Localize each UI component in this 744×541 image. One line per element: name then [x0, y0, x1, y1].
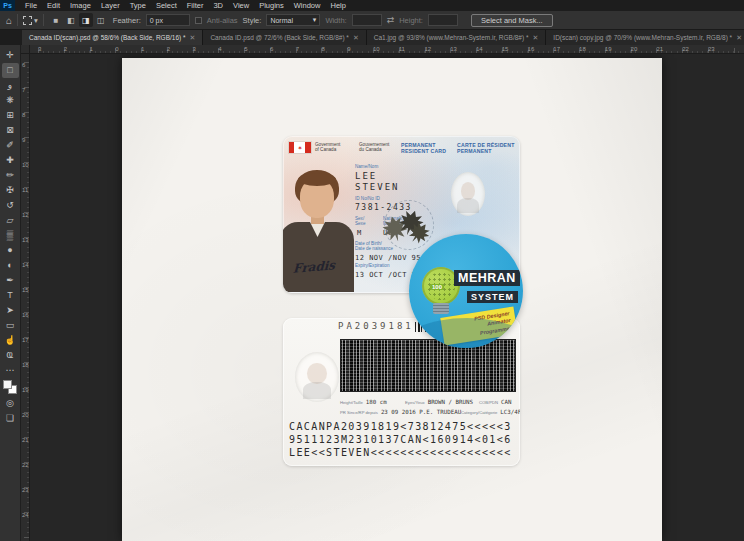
tab-close-icon[interactable]: ✕ [532, 34, 538, 42]
selection-mode-icon[interactable]: ◫ [94, 13, 108, 27]
tool-bar: ✛ □ و ❋ ⊞ ⊠ ✐ ✚ ✏ ✠ ↺ ▱ [0, 45, 21, 541]
move-tool[interactable]: ✛ [2, 48, 19, 63]
document-tab[interactable]: Ca1.jpg @ 93/8% (www.Mehran-System.ir, R… [367, 30, 547, 45]
selection-mode-icon[interactable]: ◧ [64, 13, 78, 27]
style-select[interactable]: Normal ▾ [266, 14, 320, 26]
ruler-number: 13 [450, 45, 476, 53]
ruler-number: 17 [21, 337, 29, 362]
lightbulb-base [433, 303, 449, 314]
category-label: Category/Catégorie [461, 410, 497, 415]
tool-icon: ➤ [6, 306, 14, 315]
dob-value: 12 NOV /NOV 95 [355, 254, 421, 262]
edit-toolbar[interactable]: ⋯ [2, 363, 19, 378]
lasso-tool[interactable]: و [2, 78, 19, 93]
menu-item[interactable]: Layer [96, 1, 125, 10]
tab-close-icon[interactable]: ✕ [190, 34, 196, 42]
menu-item[interactable]: Type [125, 1, 151, 10]
home-icon[interactable]: ⌂ [6, 15, 12, 26]
rectangle-tool[interactable]: ▭ [2, 318, 19, 333]
ruler-number: 4 [218, 45, 244, 53]
pr-since-value: 23 09 2016 P.E. TRUDEAU [381, 409, 461, 415]
ruler-number: 21 [21, 437, 29, 462]
ruler-number: 3 [38, 45, 64, 53]
gradient-tool[interactable]: ▒ [2, 228, 19, 243]
menu-item[interactable]: Plugins [254, 1, 289, 10]
select-and-mask-button[interactable]: Select and Mask... [471, 14, 553, 27]
crop-tool[interactable]: ⊞ [2, 108, 19, 123]
style-label: Style: [243, 16, 262, 25]
ruler-number: 20 [21, 412, 29, 437]
document-tab[interactable]: ID(scan) copy.jpg @ 70/9% (www.Mehran-Sy… [546, 30, 744, 45]
history-brush-tool[interactable]: ↺ [2, 198, 19, 213]
maple-leaf-icon: ✶ [297, 145, 302, 151]
ruler-number: 8 [21, 112, 29, 137]
path-selection-tool[interactable]: ➤ [2, 303, 19, 318]
menu-item[interactable]: Edit [42, 1, 65, 10]
tool-preset-dropdown[interactable]: ▾ [23, 16, 38, 25]
menu-item[interactable]: 3D [208, 1, 228, 10]
height-label: Height/Taille [340, 400, 363, 405]
ruler-number: 19 [21, 387, 29, 412]
tab-close-icon[interactable]: ✕ [736, 34, 742, 42]
healing-brush-tool[interactable]: ✚ [2, 153, 19, 168]
menu-item[interactable]: File [20, 1, 42, 10]
height-input[interactable] [428, 14, 458, 26]
canvas-area[interactable]: ✶ Government of Canada Gouvernement du C… [30, 54, 744, 541]
tool-icon: ✐ [6, 141, 14, 150]
style-value: Normal [270, 17, 293, 24]
swap-dimensions-icon[interactable]: ⇄ [387, 15, 395, 25]
brush-tool[interactable]: ✏ [2, 168, 19, 183]
quick-mask-button[interactable]: ◎ [2, 396, 19, 411]
ruler-number: 6 [270, 45, 296, 53]
foreground-color-swatch[interactable] [3, 380, 12, 389]
blur-tool[interactable]: ● [2, 243, 19, 258]
ruler-number: 13 [21, 237, 29, 262]
menu-item[interactable]: Help [325, 1, 350, 10]
document-paper[interactable]: ✶ Government of Canada Gouvernement du C… [122, 58, 662, 541]
ruler-number: 19 [605, 45, 631, 53]
marquee-tool[interactable]: □ [2, 63, 19, 78]
horizontal-ruler[interactable]: 3210123456789101112131415161718192021222… [30, 45, 744, 54]
width-input[interactable] [352, 14, 382, 26]
menu-item[interactable]: Select [151, 1, 182, 10]
feather-input[interactable]: 0 px [146, 14, 190, 26]
foreground-background-colors[interactable] [3, 380, 17, 394]
tool-icon: Ҩ [7, 351, 14, 360]
width-label: Width: [325, 16, 346, 25]
menu-item[interactable]: Filter [182, 1, 209, 10]
clone-stamp-tool[interactable]: ✠ [2, 183, 19, 198]
height-value: 180 cm [366, 399, 387, 405]
eyedropper-tool[interactable]: ✐ [2, 138, 19, 153]
ruler-number: 1 [141, 45, 167, 53]
ruler-number: 16 [21, 312, 29, 337]
dodge-tool[interactable]: ◐ [2, 258, 19, 273]
tool-icon: ✏ [6, 171, 14, 180]
ruler-number: 9 [347, 45, 373, 53]
eyes-label: Eyes/Yeux [405, 400, 425, 405]
menu-item[interactable]: Window [289, 1, 326, 10]
anti-alias-checkbox[interactable] [195, 17, 202, 24]
type-tool[interactable]: T [2, 288, 19, 303]
selection-mode-icon[interactable]: ◨ [79, 13, 93, 27]
screen-mode-button[interactable]: ❏ [2, 411, 19, 426]
tab-close-icon[interactable]: ✕ [353, 34, 359, 42]
selection-mode-icon[interactable]: ■ [49, 13, 63, 27]
quick-selection-tool[interactable]: ❋ [2, 93, 19, 108]
ruler-number: 18 [21, 362, 29, 387]
hand-tool[interactable]: ☝ [2, 333, 19, 348]
expiry-label: Expiry/Expiration [355, 263, 389, 268]
frame-tool[interactable]: ⊠ [2, 123, 19, 138]
menu-item[interactable]: View [228, 1, 254, 10]
ruler-number: 1 [90, 45, 116, 53]
zoom-tool[interactable]: Ҩ [2, 348, 19, 363]
eraser-tool[interactable]: ▱ [2, 213, 19, 228]
menu-item[interactable]: Image [65, 1, 96, 10]
card-title-en: PERMANENT RESIDENT CARD [401, 142, 446, 154]
vertical-ruler[interactable]: 6789101112131415161718192021222324 [21, 54, 30, 541]
ruler-number: 0 [115, 45, 141, 53]
document-tab[interactable]: Canada ID(scan).psd @ 58/6% (Back Side, … [22, 30, 203, 45]
document-tab[interactable]: Canada ID.psd @ 72/6% (Back Side, RGB/8#… [203, 30, 366, 45]
ruler-number: 18 [579, 45, 605, 53]
pen-tool[interactable]: ✒ [2, 273, 19, 288]
height-label: Height: [399, 16, 423, 25]
